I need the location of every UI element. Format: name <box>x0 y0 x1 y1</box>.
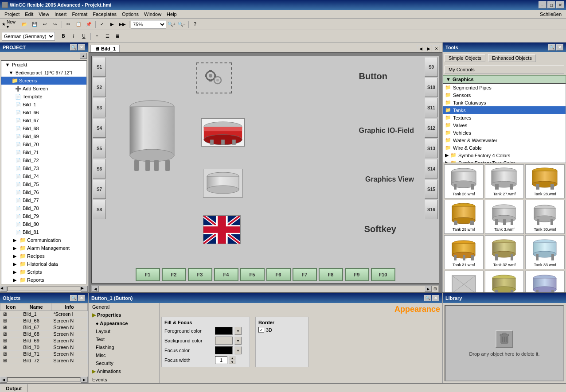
s9-button[interactable]: S9 <box>425 57 438 77</box>
menu-schliessen[interactable]: Schließen <box>537 11 564 18</box>
focus-color-dropdown[interactable]: ▾ <box>234 346 242 354</box>
tree-item-bild66[interactable]: 📄Bild_66 <box>1 109 86 116</box>
s15-button[interactable]: S15 <box>425 179 438 199</box>
f5-button[interactable]: F5 <box>240 268 265 281</box>
border-3d-checkbox[interactable]: ✓ <box>258 327 264 333</box>
tree-symbolfactory4[interactable]: ▶ 📁 SymbolFactory 4 Colors <box>443 151 566 159</box>
table-row[interactable]: 🖥Bild_68Screen N <box>0 331 88 338</box>
table-row[interactable]: 🖥Bild_66Screen N <box>0 318 88 324</box>
f1-button[interactable]: F1 <box>136 268 160 281</box>
s13-button[interactable]: S13 <box>425 139 438 158</box>
tree-symbolfactorytrue[interactable]: ▶ 📁 SymbolFactory True Color <box>443 159 566 163</box>
props-security[interactable]: Security <box>89 359 159 367</box>
canvas-scroll-left[interactable]: ◀ <box>92 286 99 292</box>
tree-item-bild68[interactable]: 📄Bild_68 <box>1 124 86 132</box>
zoom-in-button[interactable]: 🔍+ <box>167 19 176 29</box>
tree-item-alarms[interactable]: ▶ 📁 Alarm Management <box>1 244 86 252</box>
output-tab[interactable]: Output <box>0 384 27 392</box>
f10-button[interactable]: F10 <box>371 268 395 281</box>
s12-button[interactable]: S12 <box>425 118 438 138</box>
enhanced-objects-button[interactable]: Enhanced Objects <box>488 54 536 62</box>
graphics-view-object[interactable] <box>203 169 243 198</box>
s8-button[interactable]: S8 <box>93 200 106 219</box>
props-flashing[interactable]: Flashing <box>89 343 159 351</box>
table-row[interactable]: 🖥Bild_71Screen N <box>0 351 88 357</box>
tank-thumb-32[interactable]: Tank 32.wmf <box>485 235 524 269</box>
tree-tank-cutaways[interactable]: 📁 Tank Cutaways <box>443 99 566 106</box>
objects-search-button[interactable]: 🔍 <box>70 295 77 301</box>
tree-item-screens[interactable]: 📁 Screens <box>1 77 86 85</box>
save-button[interactable]: 💾 <box>30 19 39 29</box>
tree-valves[interactable]: 📁 Valves <box>443 121 566 129</box>
fg-color-swatch[interactable] <box>215 327 233 335</box>
props-general[interactable]: General <box>89 303 159 311</box>
tree-textures[interactable]: 📁 Textures <box>443 114 566 121</box>
tree-item-recipes[interactable]: ▶ 📁 Recipes <box>1 252 86 260</box>
tree-water-wastewater[interactable]: 📁 Water & Wastewater <box>443 136 566 144</box>
s1-button[interactable]: S1 <box>93 57 106 77</box>
scroll-right-button[interactable]: ▶ <box>81 286 88 292</box>
menu-options[interactable]: Options <box>119 11 141 18</box>
tree-item-bild1[interactable]: 📄 Bild_1 <box>1 101 86 109</box>
tree-item-projekt[interactable]: ▼ Projekt <box>1 61 86 69</box>
tree-tanks[interactable]: 📁 Tanks <box>443 106 566 114</box>
canvas-resize-btn[interactable]: ⊞ <box>432 285 439 292</box>
project-close-button[interactable]: ✕ <box>78 44 85 50</box>
focus-color-swatch[interactable] <box>215 346 233 354</box>
italic-button[interactable]: I <box>69 31 78 41</box>
table-row[interactable]: 🖥Bild_1*Screen I <box>0 311 88 318</box>
s16-button[interactable]: S16 <box>425 200 438 219</box>
tank-thumb-27[interactable]: Tank 27.wmf <box>485 164 524 198</box>
menu-format[interactable]: Format <box>69 11 90 18</box>
project-search-button[interactable]: 🔍 <box>70 44 77 50</box>
f6-button[interactable]: F6 <box>266 268 291 281</box>
menu-help[interactable]: Help <box>164 11 180 18</box>
f3-button[interactable]: F3 <box>188 268 212 281</box>
tree-segmented-pipes[interactable]: 📁 Segmented Pipes <box>443 84 566 91</box>
maximize-button[interactable]: □ <box>547 1 555 8</box>
menu-faceplates[interactable]: Faceplates <box>90 11 119 18</box>
cut-button[interactable]: ✂ <box>63 19 73 29</box>
canvas-scroll-right[interactable]: ▶ <box>425 286 432 292</box>
tree-item-bild75[interactable]: 📄Bild_75 <box>1 180 86 188</box>
tree-item-historical[interactable]: ▶ 📁 Historical data <box>1 260 86 268</box>
align-left-button[interactable]: ≡ <box>92 31 102 41</box>
obj-hscroll-track[interactable] <box>7 377 81 382</box>
check-button[interactable]: ✓ <box>97 19 107 29</box>
underline-button[interactable]: U <box>79 31 89 41</box>
s7-button[interactable]: S7 <box>93 179 106 199</box>
f2-button[interactable]: F2 <box>162 268 186 281</box>
tree-item-bild73[interactable]: 📄Bild_73 <box>1 164 86 172</box>
focus-width-up[interactable]: ▲ <box>229 356 235 360</box>
tree-item-textlists[interactable]: ▶ 📁 Text and Graphics Lists <box>1 284 86 284</box>
table-row[interactable]: 🖥Bild_67Screen N <box>0 324 88 331</box>
align-right-button[interactable]: ≣ <box>113 31 122 41</box>
button-object[interactable] <box>196 62 232 93</box>
props-animations[interactable]: ▶ Animations <box>89 367 159 376</box>
canvas-hscroll-track[interactable] <box>99 287 425 291</box>
tree-item-bild67[interactable]: 📄Bild_67 <box>1 116 86 124</box>
props-text[interactable]: Text <box>89 335 159 343</box>
tree-item-template[interactable]: 📄 Template <box>1 93 86 101</box>
tank-thumb-35[interactable]: Tank 35.wmf <box>485 271 524 292</box>
focus-width-input[interactable] <box>215 356 227 364</box>
open-button[interactable]: 📂 <box>20 19 29 29</box>
s3-button[interactable]: S3 <box>93 98 106 117</box>
zoom-out-button[interactable]: 🔍− <box>177 19 187 29</box>
screen-tab-bild1[interactable]: 🖥 Bild_1 <box>90 45 120 52</box>
tree-item-bild74[interactable]: 📄Bild_74 <box>1 172 86 180</box>
minimize-button[interactable]: − <box>539 1 546 8</box>
tab-close-button[interactable]: ✕ <box>433 45 440 52</box>
softkey-object[interactable] <box>203 215 241 244</box>
tree-item-bild77[interactable]: 📄Bild_77 <box>1 196 86 204</box>
tree-item-bild81[interactable]: 📄Bild_81 <box>1 228 86 236</box>
s10-button[interactable]: S10 <box>425 78 438 97</box>
obj-scroll-right[interactable]: ▶ <box>81 376 88 383</box>
tree-item-bild78[interactable]: 📄Bild_78 <box>1 204 86 212</box>
tree-item-bild69[interactable]: 📄Bild_69 <box>1 132 86 140</box>
tree-item-bild80[interactable]: 📄Bild_80 <box>1 220 86 228</box>
table-row[interactable]: 🖥Bild_70Screen N <box>0 344 88 351</box>
tree-item-bild79[interactable]: 📄Bild_79 <box>1 212 86 220</box>
bg-color-dropdown[interactable]: ▾ <box>234 337 242 345</box>
tree-item-device[interactable]: ▼ Bediengeraet_1(PC 677 12"I <box>1 69 86 77</box>
